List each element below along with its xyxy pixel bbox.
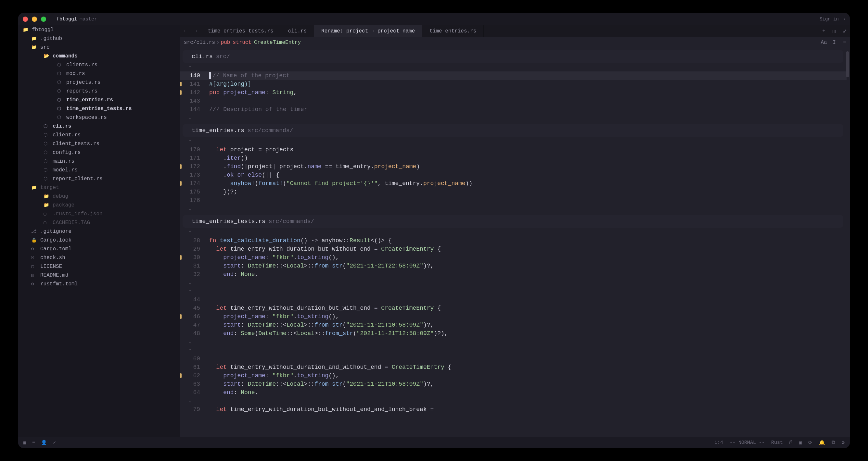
code-line[interactable]: 44 bbox=[180, 295, 846, 304]
terminal-icon[interactable]: ≡ bbox=[32, 439, 35, 446]
expand-icon[interactable]: ⌄ bbox=[180, 113, 200, 122]
code-line[interactable]: 144/// Description of the timer bbox=[180, 105, 846, 113]
tree-item[interactable]: ⎇.gitignore bbox=[18, 227, 180, 236]
tree-item[interactable]: ⬡config.rs bbox=[18, 148, 180, 157]
results-pane[interactable]: cli.rssrc/⌃⚡140// Name of the project141… bbox=[180, 48, 850, 437]
language-label[interactable]: Rust bbox=[771, 440, 783, 446]
result-file-header[interactable]: time_entries.rssrc/commands/ bbox=[183, 124, 843, 137]
new-tab-icon[interactable]: + bbox=[818, 25, 829, 37]
panel-icon[interactable]: ▦ bbox=[23, 439, 26, 446]
minimize-icon[interactable] bbox=[32, 17, 37, 22]
code-line[interactable]: 141#[arg(long)] bbox=[180, 80, 846, 88]
code-line[interactable]: 30 project_name: "fkbr".to_string(), bbox=[180, 253, 846, 262]
code-line[interactable]: 61 let time_entry_without_duration_and_w… bbox=[180, 363, 846, 371]
code-line[interactable]: 172 .find(|project| project.name == time… bbox=[180, 162, 846, 171]
code-line[interactable]: 31 start: DateTime::<Local>::from_str("2… bbox=[180, 262, 846, 270]
tree-item[interactable]: ▤README.md bbox=[18, 271, 180, 279]
tree-item[interactable]: ⬡reports.rs bbox=[18, 87, 180, 95]
tree-item[interactable]: ⬡report_client.rs bbox=[18, 174, 180, 183]
code-line[interactable]: 29 let time_entry_with_duration_but_with… bbox=[180, 245, 846, 253]
tree-item[interactable]: ▢LICENSE bbox=[18, 262, 180, 271]
bell-icon[interactable]: 🔔 bbox=[819, 439, 825, 446]
check-icon[interactable]: ✓ bbox=[53, 439, 56, 446]
account-menu-icon[interactable]: ▾ bbox=[843, 17, 845, 21]
code-line[interactable]: 176 bbox=[180, 196, 846, 204]
code-line[interactable]: 47 start: DateTime::<Local>::from_str("2… bbox=[180, 321, 846, 329]
code-line[interactable]: ⚡140// Name of the project bbox=[180, 71, 846, 80]
code-line[interactable]: 170 let project = projects bbox=[180, 145, 846, 154]
code-line[interactable]: 171 .iter() bbox=[180, 154, 846, 162]
tree-item[interactable]: 📁debug bbox=[18, 192, 180, 201]
tree-item[interactable]: 📁package bbox=[18, 201, 180, 209]
gear-icon[interactable]: ⚙ bbox=[842, 439, 845, 446]
code-line[interactable]: 28fn test_calculate_duration() -> anyhow… bbox=[180, 236, 846, 245]
file-tree[interactable]: 📁fbtoggl📁.github📁src📂commands⬡clients.rs… bbox=[18, 25, 180, 437]
result-file-header[interactable]: time_entries_tests.rssrc/commands/ bbox=[183, 215, 843, 228]
tree-item[interactable]: ⬡mod.rs bbox=[18, 69, 180, 78]
expand-icon[interactable]: ⌄ bbox=[180, 338, 200, 346]
code-line[interactable]: 79 let time_entry_with_duration_but_with… bbox=[180, 405, 846, 414]
expand-icon[interactable]: ⌃ bbox=[180, 63, 200, 71]
code-line[interactable]: 48 end: Some(DateTime::<Local>::from_str… bbox=[180, 329, 846, 338]
scrollbar[interactable] bbox=[846, 51, 849, 77]
breadcrumb[interactable]: src/cli.rs › pub struct CreateTimeEntry … bbox=[180, 37, 850, 48]
fullscreen-icon[interactable]: ⤢ bbox=[839, 25, 850, 37]
diagnostics-icon[interactable]: ▣ bbox=[799, 439, 802, 446]
expand-icon[interactable]: ⌃ bbox=[180, 346, 200, 355]
tree-item[interactable]: ⬡model.rs bbox=[18, 166, 180, 174]
sign-in-link[interactable]: Sign in bbox=[819, 17, 839, 22]
tree-item[interactable]: 📁fbtoggl bbox=[18, 25, 180, 34]
tree-item[interactable]: 📁.github bbox=[18, 34, 180, 43]
nav-forward-icon[interactable]: → bbox=[190, 25, 201, 37]
code-line[interactable]: 62 project_name: "fkbr".to_string(), bbox=[180, 371, 846, 380]
tree-item[interactable]: ▢CACHEDIR.TAG bbox=[18, 218, 180, 227]
code-line[interactable]: 45 let time_entry_without_duration_but_w… bbox=[180, 304, 846, 312]
tree-item[interactable]: 🔒Cargo.lock bbox=[18, 236, 180, 244]
code-line[interactable]: 174 anyhow!(format!("Cannot find project… bbox=[180, 179, 846, 188]
split-pane-icon[interactable]: ◫ bbox=[829, 25, 839, 37]
tab[interactable]: Rename: project → project_name bbox=[314, 25, 422, 37]
tree-item[interactable]: ⚙rustfmt.toml bbox=[18, 279, 180, 288]
code-line[interactable]: 175 })?; bbox=[180, 188, 846, 196]
code-line[interactable]: 60 bbox=[180, 355, 846, 363]
tab[interactable]: cli.rs bbox=[281, 25, 314, 37]
tree-item[interactable]: ⬡main.rs bbox=[18, 157, 180, 166]
tree-item[interactable]: ▢.rustc_info.json bbox=[18, 209, 180, 218]
tab[interactable]: time_entries_tests.rs bbox=[201, 25, 281, 37]
expand-icon[interactable]: ⌃ bbox=[180, 287, 200, 295]
tree-item[interactable]: 📁target bbox=[18, 183, 180, 192]
cursor-position[interactable]: 1:4 bbox=[714, 440, 723, 446]
tree-item[interactable]: ⌘check.sh bbox=[18, 253, 180, 262]
tree-item[interactable]: ⬡workspaces.rs bbox=[18, 113, 180, 122]
tab[interactable]: time_entries.rs bbox=[422, 25, 484, 37]
tree-item[interactable]: ⬡clients.rs bbox=[18, 60, 180, 69]
expand-icon[interactable]: ⌄ bbox=[180, 204, 200, 213]
result-file-header[interactable]: cli.rssrc/ bbox=[183, 50, 843, 63]
tree-item[interactable]: ⬡time_entries.rs bbox=[18, 95, 180, 104]
nav-back-icon[interactable]: ← bbox=[180, 25, 190, 37]
contacts-icon[interactable]: 👤 bbox=[41, 439, 47, 446]
tree-item[interactable]: 📁src bbox=[18, 43, 180, 52]
code-line[interactable]: 64 end: None, bbox=[180, 388, 846, 397]
filter-icon[interactable]: ≡ bbox=[839, 40, 850, 45]
zoom-icon[interactable] bbox=[41, 17, 46, 22]
cursor-icon[interactable]: I bbox=[829, 40, 839, 45]
expand-icon[interactable]: ⌄ bbox=[180, 278, 200, 287]
close-icon[interactable] bbox=[23, 17, 28, 22]
branch-label[interactable]: master bbox=[80, 17, 97, 22]
case-toggle-icon[interactable]: Aa bbox=[818, 40, 829, 45]
code-line[interactable]: 46 project_name: "fkbr".to_string(), bbox=[180, 312, 846, 321]
tree-item[interactable]: ⬡client_tests.rs bbox=[18, 139, 180, 148]
tree-item[interactable]: ⬡time_entries_tests.rs bbox=[18, 104, 180, 113]
tree-item[interactable]: 📂commands bbox=[18, 52, 180, 60]
code-line[interactable]: 173 .ok_or_else(|| { bbox=[180, 171, 846, 179]
copilot-icon[interactable]: ⎙ bbox=[789, 440, 792, 446]
tree-item[interactable]: ⬡projects.rs bbox=[18, 78, 180, 87]
expand-icon[interactable]: ⌃ bbox=[180, 137, 200, 145]
code-line[interactable]: 142pub project_name: String, bbox=[180, 88, 846, 97]
code-line[interactable]: 32 end: None, bbox=[180, 270, 846, 278]
code-line[interactable]: 143 bbox=[180, 97, 846, 105]
tree-item[interactable]: ⚙Cargo.toml bbox=[18, 244, 180, 253]
tree-item[interactable]: ⬡client.rs bbox=[18, 131, 180, 139]
expand-icon[interactable]: ⌄ bbox=[180, 397, 200, 405]
